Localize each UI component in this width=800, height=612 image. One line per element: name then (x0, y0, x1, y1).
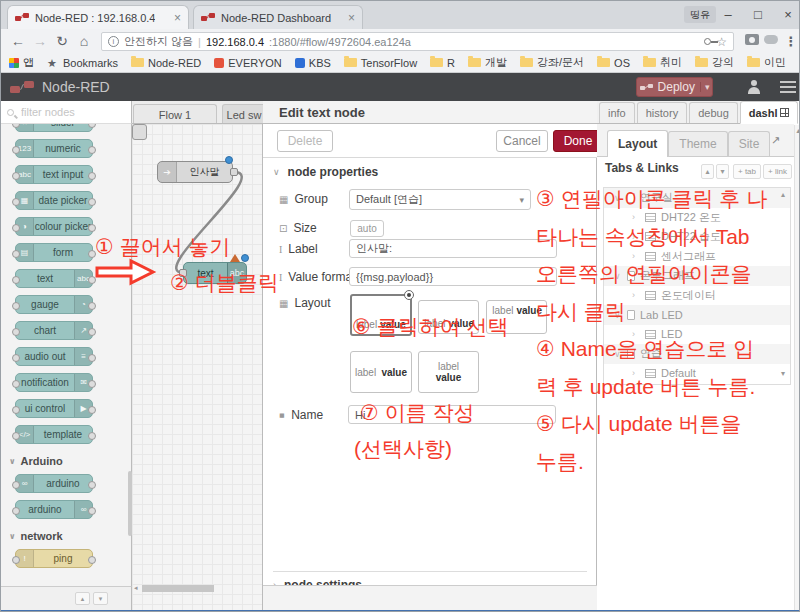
palette-collapse-up-button[interactable]: ▴ (75, 592, 90, 605)
tree-chevron-icon[interactable]: › (632, 329, 640, 339)
bookmark-item[interactable]: TensorFlow (344, 57, 417, 69)
palette-node[interactable]: abc text input (15, 165, 93, 184)
name-input[interactable] (348, 405, 556, 424)
close-button[interactable]: × (773, 1, 800, 27)
bookmark-item[interactable]: 강좌/문서 (520, 55, 584, 70)
bookmark-item[interactable]: EVERYON (214, 57, 282, 69)
bookmark-item[interactable]: 개발 (468, 55, 507, 70)
flow-tab-1[interactable]: Flow 1 (133, 104, 217, 124)
open-dashboard-icon[interactable]: ↗ (771, 134, 780, 147)
move-up-button[interactable]: ▴ (701, 164, 714, 179)
bookmark-item[interactable]: Node-RED (131, 57, 201, 69)
bookmark-item[interactable]: R (430, 57, 455, 69)
tree-scroll-down-icon[interactable]: ▾ (781, 369, 785, 378)
dashboard-subtab[interactable]: Theme (668, 131, 727, 156)
sidebar-tab[interactable]: history (637, 102, 687, 123)
bookmark-item[interactable]: 이민 (747, 55, 786, 70)
palette-node[interactable]: ↗ chart (15, 321, 93, 340)
tree-row[interactable]: ∨ 연습 (604, 344, 790, 364)
layout-option-1[interactable]: label value (350, 294, 412, 336)
flow-tab-2[interactable]: Led sw (222, 104, 263, 124)
bookmark-item[interactable]: 강의 (695, 55, 734, 70)
scrollbar-thumb[interactable] (142, 585, 214, 592)
done-button[interactable]: Done (553, 130, 603, 152)
sidebar-tab[interactable]: info (599, 102, 635, 123)
dashboard-subtab[interactable]: Layout (607, 130, 668, 157)
cancel-button[interactable]: Cancel (496, 130, 548, 152)
tree-chevron-icon[interactable]: ∨ (614, 310, 622, 320)
scroll-left-icon[interactable]: ◂ (134, 584, 138, 592)
move-down-button[interactable]: ▾ (716, 164, 729, 179)
tree-chevron-icon[interactable]: › (632, 368, 640, 378)
sidebar-tab[interactable]: dashl (740, 101, 799, 124)
cloud-extension-icon[interactable] (764, 35, 778, 44)
home-icon[interactable]: ⌂ (73, 29, 95, 53)
tree-row[interactable]: ∨ 연구실 (604, 188, 790, 208)
palette-node[interactable]: ∨ network (9, 530, 127, 542)
filter-nodes-input[interactable] (19, 105, 119, 119)
user-icon[interactable] (747, 80, 761, 94)
tab-close-icon[interactable]: × (174, 11, 181, 25)
back-icon[interactable]: ← (7, 29, 29, 53)
bookmark-item[interactable]: KBS (295, 57, 331, 69)
scroll-up-icon[interactable]: ▲ (795, 127, 800, 134)
palette-node[interactable]: ▶ ui control (15, 399, 93, 418)
main-menu-icon[interactable] (780, 81, 796, 93)
tree-chevron-icon[interactable]: ∨ (614, 193, 622, 203)
key-icon[interactable] (704, 38, 711, 45)
flow-canvas[interactable]: ➔ 인사말 abc text (132, 124, 263, 612)
sidebar-tab[interactable]: debug (689, 102, 738, 123)
palette-node[interactable]: ! ping (15, 549, 93, 568)
palette-node[interactable]: ∞ arduino (15, 500, 93, 519)
tab-close-icon[interactable]: × (348, 11, 355, 25)
layout-option-3[interactable]: label value (486, 300, 547, 334)
size-auto-button[interactable]: auto (350, 220, 384, 237)
browser-tab-node-red[interactable]: Node-RED : 192.168.0.4 × (7, 5, 189, 29)
tree-chevron-icon[interactable]: ∨ (614, 271, 622, 281)
palette-node[interactable]: ◔ gauge (15, 295, 93, 314)
tree-row[interactable]: › 센서그래프 (604, 247, 790, 267)
add-tab-button[interactable]: + tab (733, 164, 761, 179)
maximize-button[interactable]: □ (743, 1, 773, 27)
palette-node[interactable]: ◑ colour picker (15, 217, 93, 236)
add-link-button[interactable]: + link (763, 164, 792, 179)
tree-chevron-icon[interactable]: › (632, 212, 640, 222)
tree-row[interactable]: › LED (604, 325, 790, 345)
palette-node[interactable]: abc text (15, 269, 93, 288)
tree-chevron-icon[interactable]: ∨ (614, 349, 622, 359)
tree-scroll-up-icon[interactable]: ▴ (781, 190, 785, 199)
site-info-icon[interactable]: i (108, 36, 119, 47)
node-properties-section[interactable]: ∨ node properties (273, 165, 378, 179)
tree-row[interactable]: › DHT22 습도 (604, 227, 790, 247)
tree-row[interactable]: › Default (604, 364, 790, 384)
label-input[interactable] (349, 239, 557, 258)
dashboard-subtab[interactable]: Site (728, 131, 771, 156)
bookmark-item[interactable]: Bookmarks (47, 57, 118, 69)
greeting-node[interactable]: ➔ 인사말 (157, 161, 233, 183)
bookmark-item[interactable]: 앱 (9, 55, 34, 70)
layout-option-5[interactable]: label value (418, 351, 479, 393)
output-port[interactable] (230, 168, 238, 176)
palette-node[interactable]: ≡ audio out (15, 347, 93, 366)
palette-collapse-down-button[interactable]: ▾ (93, 592, 108, 605)
value-format-input[interactable] (349, 267, 557, 286)
tree-row[interactable]: › DHT22 온도 (604, 208, 790, 228)
deploy-caret-icon[interactable]: ▾ (700, 82, 710, 92)
tree-chevron-icon[interactable]: › (632, 232, 640, 242)
palette-node[interactable]: ∨ Arduino (9, 455, 127, 467)
tree-row[interactable]: › 온도데이터 (604, 286, 790, 306)
text-node[interactable]: abc text (183, 262, 247, 284)
sidebar-scrollbar[interactable]: ▲ (794, 125, 800, 610)
tree-chevron-icon[interactable]: › (632, 290, 640, 300)
input-port[interactable] (179, 269, 187, 277)
deploy-button[interactable]: Deploy ▾ (636, 77, 713, 97)
bookmark-item[interactable]: 취미 (643, 55, 682, 70)
browser-tab-dashboard[interactable]: Node-RED Dashboard × (193, 5, 363, 29)
address-bar[interactable]: i 안전하지 않음 | 192.168.0.4:1880/#flow/49726… (101, 32, 734, 51)
delete-button[interactable]: Delete (277, 130, 333, 152)
layout-option-2[interactable]: label value (418, 300, 479, 334)
selected-radio-icon[interactable] (404, 290, 414, 300)
palette-node[interactable]: 123 numeric (15, 139, 93, 158)
tree-row[interactable]: ∨ 온도그래프 (604, 266, 790, 286)
palette-node[interactable]: ∞ arduino (15, 474, 93, 493)
